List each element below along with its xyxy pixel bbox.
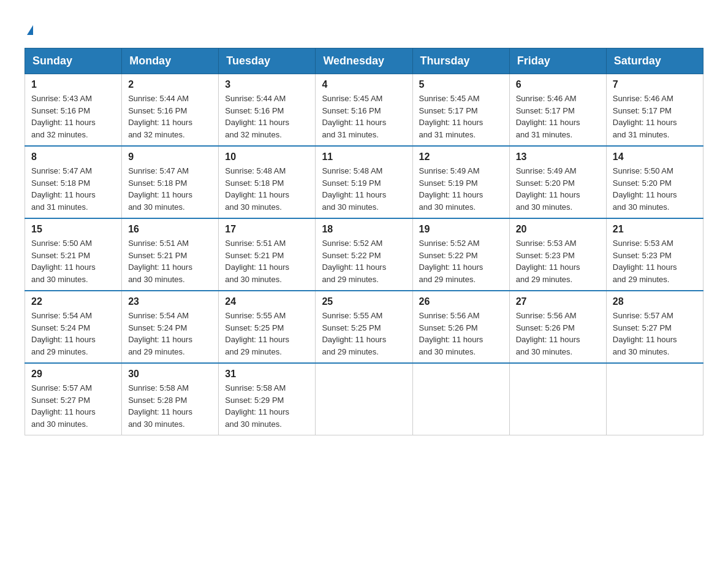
day-number: 25 [322, 296, 406, 307]
day-number: 4 [322, 79, 406, 90]
day-number: 5 [419, 79, 503, 90]
day-number: 13 [516, 151, 600, 163]
calendar-cell: 21Sunrise: 5:53 AMSunset: 5:23 PMDayligh… [606, 218, 703, 291]
calendar-table: SundayMondayTuesdayWednesdayThursdayFrid… [25, 48, 703, 435]
calendar-cell: 26Sunrise: 5:56 AMSunset: 5:26 PMDayligh… [412, 291, 509, 363]
day-number: 19 [419, 224, 503, 235]
calendar-cell: 19Sunrise: 5:52 AMSunset: 5:22 PMDayligh… [412, 218, 509, 291]
day-info: Sunrise: 5:55 AMSunset: 5:25 PMDaylight:… [322, 310, 406, 358]
calendar-cell: 8Sunrise: 5:47 AMSunset: 5:18 PMDaylight… [25, 146, 122, 218]
calendar-cell [509, 363, 606, 435]
calendar-cell: 12Sunrise: 5:49 AMSunset: 5:19 PMDayligh… [412, 146, 509, 218]
day-number: 26 [419, 296, 503, 307]
calendar-week-row: 15Sunrise: 5:50 AMSunset: 5:21 PMDayligh… [25, 218, 703, 291]
weekday-header-tuesday: Tuesday [219, 48, 316, 74]
day-number: 3 [225, 79, 309, 90]
calendar-cell: 13Sunrise: 5:49 AMSunset: 5:20 PMDayligh… [509, 146, 606, 218]
day-number: 21 [613, 224, 697, 235]
day-info: Sunrise: 5:50 AMSunset: 5:20 PMDaylight:… [613, 165, 697, 213]
day-number: 17 [225, 224, 309, 235]
calendar-cell: 17Sunrise: 5:51 AMSunset: 5:21 PMDayligh… [219, 218, 316, 291]
logo [25, 18, 33, 36]
calendar-cell: 16Sunrise: 5:51 AMSunset: 5:21 PMDayligh… [122, 218, 219, 291]
day-number: 2 [128, 79, 212, 90]
day-info: Sunrise: 5:44 AMSunset: 5:16 PMDaylight:… [128, 93, 212, 140]
calendar-cell: 14Sunrise: 5:50 AMSunset: 5:20 PMDayligh… [606, 146, 703, 218]
day-number: 12 [419, 151, 503, 163]
calendar-cell: 4Sunrise: 5:45 AMSunset: 5:16 PMDaylight… [316, 74, 412, 147]
day-info: Sunrise: 5:54 AMSunset: 5:24 PMDaylight:… [31, 310, 115, 358]
day-info: Sunrise: 5:51 AMSunset: 5:21 PMDaylight:… [225, 237, 309, 285]
calendar-cell [606, 363, 703, 435]
day-info: Sunrise: 5:57 AMSunset: 5:27 PMDaylight:… [613, 310, 697, 358]
calendar-cell: 7Sunrise: 5:46 AMSunset: 5:17 PMDaylight… [606, 74, 703, 147]
day-info: Sunrise: 5:48 AMSunset: 5:18 PMDaylight:… [225, 165, 309, 213]
logo-top [25, 18, 33, 36]
calendar-cell: 5Sunrise: 5:45 AMSunset: 5:17 PMDaylight… [412, 74, 509, 147]
day-info: Sunrise: 5:56 AMSunset: 5:26 PMDaylight:… [419, 310, 503, 358]
weekday-header-wednesday: Wednesday [316, 48, 412, 74]
day-info: Sunrise: 5:50 AMSunset: 5:21 PMDaylight:… [31, 237, 115, 285]
calendar-cell: 6Sunrise: 5:46 AMSunset: 5:17 PMDaylight… [509, 74, 606, 147]
calendar-cell [316, 363, 412, 435]
day-info: Sunrise: 5:44 AMSunset: 5:16 PMDaylight:… [225, 93, 309, 140]
day-info: Sunrise: 5:49 AMSunset: 5:19 PMDaylight:… [419, 165, 503, 213]
calendar-cell: 9Sunrise: 5:47 AMSunset: 5:18 PMDaylight… [122, 146, 219, 218]
day-number: 31 [225, 369, 309, 380]
day-number: 22 [31, 296, 115, 307]
calendar-cell: 2Sunrise: 5:44 AMSunset: 5:16 PMDaylight… [122, 74, 219, 147]
calendar-cell: 22Sunrise: 5:54 AMSunset: 5:24 PMDayligh… [25, 291, 122, 363]
day-info: Sunrise: 5:49 AMSunset: 5:20 PMDaylight:… [516, 165, 600, 213]
calendar-week-row: 22Sunrise: 5:54 AMSunset: 5:24 PMDayligh… [25, 291, 703, 363]
day-number: 1 [31, 79, 115, 90]
weekday-header-saturday: Saturday [606, 48, 703, 74]
day-info: Sunrise: 5:48 AMSunset: 5:19 PMDaylight:… [322, 165, 406, 213]
day-number: 8 [31, 151, 115, 163]
day-info: Sunrise: 5:46 AMSunset: 5:17 PMDaylight:… [613, 93, 697, 140]
day-info: Sunrise: 5:58 AMSunset: 5:29 PMDaylight:… [225, 382, 309, 430]
day-number: 16 [128, 224, 212, 235]
day-number: 7 [613, 79, 697, 90]
page-header [25, 18, 703, 36]
day-info: Sunrise: 5:45 AMSunset: 5:17 PMDaylight:… [419, 93, 503, 140]
day-info: Sunrise: 5:52 AMSunset: 5:22 PMDaylight:… [322, 237, 406, 285]
day-info: Sunrise: 5:53 AMSunset: 5:23 PMDaylight:… [516, 237, 600, 285]
day-info: Sunrise: 5:53 AMSunset: 5:23 PMDaylight:… [613, 237, 697, 285]
day-number: 24 [225, 296, 309, 307]
calendar-cell: 30Sunrise: 5:58 AMSunset: 5:28 PMDayligh… [122, 363, 219, 435]
day-number: 27 [516, 296, 600, 307]
day-number: 20 [516, 224, 600, 235]
day-info: Sunrise: 5:47 AMSunset: 5:18 PMDaylight:… [31, 165, 115, 213]
calendar-cell: 29Sunrise: 5:57 AMSunset: 5:27 PMDayligh… [25, 363, 122, 435]
day-number: 15 [31, 224, 115, 235]
day-number: 9 [128, 151, 212, 163]
calendar-cell: 1Sunrise: 5:43 AMSunset: 5:16 PMDaylight… [25, 74, 122, 147]
day-number: 18 [322, 224, 406, 235]
calendar-week-row: 29Sunrise: 5:57 AMSunset: 5:27 PMDayligh… [25, 363, 703, 435]
calendar-cell: 27Sunrise: 5:56 AMSunset: 5:26 PMDayligh… [509, 291, 606, 363]
day-number: 10 [225, 151, 309, 163]
weekday-header-friday: Friday [509, 48, 606, 74]
day-info: Sunrise: 5:45 AMSunset: 5:16 PMDaylight:… [322, 93, 406, 140]
calendar-cell: 20Sunrise: 5:53 AMSunset: 5:23 PMDayligh… [509, 218, 606, 291]
calendar-cell: 25Sunrise: 5:55 AMSunset: 5:25 PMDayligh… [316, 291, 412, 363]
calendar-cell: 23Sunrise: 5:54 AMSunset: 5:24 PMDayligh… [122, 291, 219, 363]
calendar-cell: 10Sunrise: 5:48 AMSunset: 5:18 PMDayligh… [219, 146, 316, 218]
day-info: Sunrise: 5:43 AMSunset: 5:16 PMDaylight:… [31, 93, 115, 140]
day-info: Sunrise: 5:51 AMSunset: 5:21 PMDaylight:… [128, 237, 212, 285]
day-number: 6 [516, 79, 600, 90]
calendar-cell: 28Sunrise: 5:57 AMSunset: 5:27 PMDayligh… [606, 291, 703, 363]
calendar-week-row: 1Sunrise: 5:43 AMSunset: 5:16 PMDaylight… [25, 74, 703, 147]
logo-triangle-icon [27, 25, 33, 35]
day-info: Sunrise: 5:55 AMSunset: 5:25 PMDaylight:… [225, 310, 309, 358]
day-info: Sunrise: 5:58 AMSunset: 5:28 PMDaylight:… [128, 382, 212, 430]
calendar-cell: 24Sunrise: 5:55 AMSunset: 5:25 PMDayligh… [219, 291, 316, 363]
day-info: Sunrise: 5:52 AMSunset: 5:22 PMDaylight:… [419, 237, 503, 285]
day-info: Sunrise: 5:46 AMSunset: 5:17 PMDaylight:… [516, 93, 600, 140]
day-number: 28 [613, 296, 697, 307]
day-number: 14 [613, 151, 697, 163]
day-info: Sunrise: 5:47 AMSunset: 5:18 PMDaylight:… [128, 165, 212, 213]
day-number: 23 [128, 296, 212, 307]
calendar-cell: 31Sunrise: 5:58 AMSunset: 5:29 PMDayligh… [219, 363, 316, 435]
calendar-cell: 18Sunrise: 5:52 AMSunset: 5:22 PMDayligh… [316, 218, 412, 291]
